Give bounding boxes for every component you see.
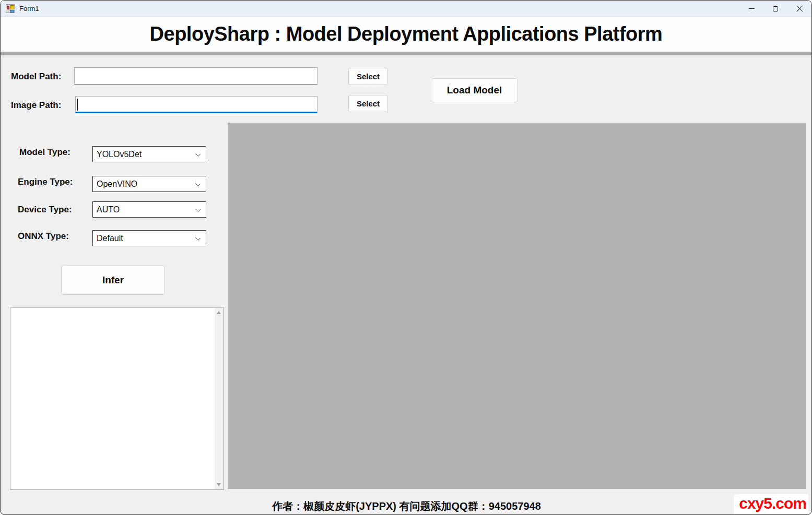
scroll-down-icon[interactable] bbox=[217, 483, 221, 486]
page-title: DeploySharp : Model Deployment Applicati… bbox=[150, 23, 663, 45]
load-model-button[interactable]: Load Model bbox=[431, 78, 518, 102]
chevron-down-icon bbox=[195, 207, 201, 212]
maximize-button[interactable] bbox=[763, 1, 787, 17]
footer-credit: 作者：椒颜皮皮虾(JYPPX) 有问题添加QQ群：945057948 bbox=[1, 499, 812, 513]
model-type-select[interactable]: YOLOv5Det bbox=[92, 146, 206, 162]
onnx-type-value: Default bbox=[97, 234, 123, 243]
engine-type-value: OpenVINO bbox=[97, 179, 137, 189]
chevron-down-icon bbox=[195, 181, 201, 186]
scroll-up-icon[interactable] bbox=[217, 311, 221, 314]
window-title: Form1 bbox=[19, 5, 39, 13]
model-path-label: Model Path: bbox=[11, 71, 61, 82]
chevron-down-icon bbox=[195, 151, 201, 157]
model-type-label: Model Type: bbox=[19, 147, 70, 158]
log-scrollbar[interactable] bbox=[215, 308, 223, 489]
minimize-icon bbox=[749, 8, 755, 9]
model-path-select-button[interactable]: Select bbox=[348, 68, 388, 85]
minimize-button[interactable] bbox=[739, 1, 763, 17]
log-listbox[interactable] bbox=[10, 307, 224, 490]
header-separator bbox=[1, 52, 811, 55]
image-path-select-button[interactable]: Select bbox=[348, 95, 388, 112]
app-window: Form1 DeploySharp : Model Deployment App… bbox=[0, 0, 812, 515]
engine-type-label: Engine Type: bbox=[18, 177, 73, 187]
infer-button[interactable]: Infer bbox=[61, 266, 165, 295]
image-path-label: Image Path: bbox=[11, 100, 61, 111]
close-button[interactable] bbox=[787, 1, 811, 17]
model-type-value: YOLOv5Det bbox=[97, 150, 142, 159]
app-icon bbox=[6, 4, 15, 13]
close-icon bbox=[796, 5, 803, 12]
watermark: cxy5.com bbox=[734, 494, 808, 514]
onnx-type-select[interactable]: Default bbox=[92, 230, 206, 246]
image-display-canvas bbox=[228, 123, 806, 489]
device-type-label: Device Type: bbox=[18, 205, 72, 215]
image-path-input[interactable] bbox=[75, 96, 317, 113]
title-bar: Form1 bbox=[1, 1, 811, 17]
engine-type-select[interactable]: OpenVINO bbox=[92, 176, 206, 192]
onnx-type-label: ONNX Type: bbox=[18, 231, 69, 242]
chevron-down-icon bbox=[195, 235, 201, 241]
device-type-value: AUTO bbox=[97, 205, 120, 214]
maximize-icon bbox=[773, 6, 778, 11]
header: DeploySharp : Model Deployment Applicati… bbox=[1, 17, 811, 52]
device-type-select[interactable]: AUTO bbox=[92, 201, 206, 218]
text-caret bbox=[77, 99, 78, 111]
model-path-input[interactable] bbox=[74, 67, 317, 85]
